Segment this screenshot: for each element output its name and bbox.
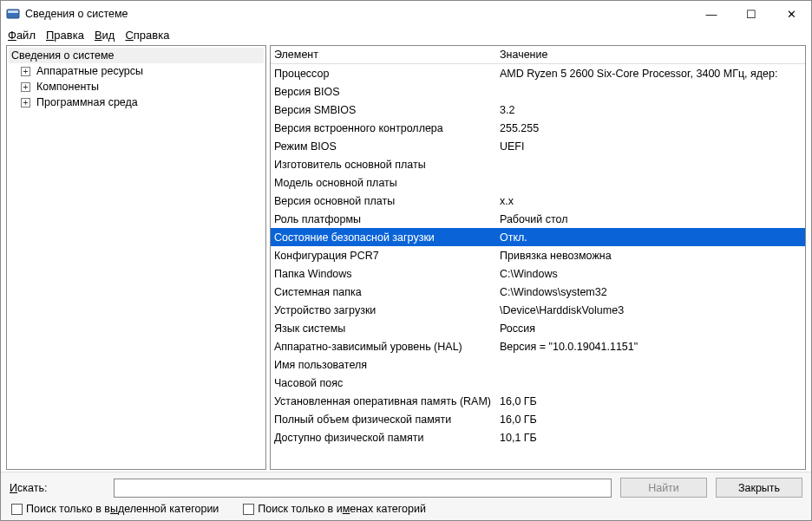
checkbox-icon [11,504,23,515]
cell-element: Язык системы [271,322,496,335]
cell-value: AMD Ryzen 5 2600 Six-Core Processor, 340… [496,68,805,80]
menu-help[interactable]: Справка [125,29,169,42]
menu-file[interactable]: Файл [8,29,36,42]
close-search-button[interactable]: Закрыть [716,478,802,498]
checkbox-icon [243,504,254,515]
menu-view[interactable]: Вид [95,29,115,42]
list-row[interactable]: Установленная оперативная память (RAM)16… [271,392,805,410]
cell-value: Рабочий стол [496,213,805,225]
list-row[interactable]: Часовой пояс [271,374,805,392]
list-row[interactable]: Полный объем физической памяти16,0 ГБ [271,410,805,428]
cell-value: Версия = "10.0.19041.1151" [496,341,805,353]
cell-value: C:\Windows\system32 [496,286,805,298]
tree-item-components[interactable]: + Компоненты [9,79,264,94]
cell-element: Процессор [271,68,496,80]
chk-selected-category-only[interactable]: Поиск только в выделенной категории [11,503,219,515]
cell-element: Версия встроенного контроллера [271,122,496,134]
cell-value: x.x [496,195,805,207]
details-list[interactable]: Элемент Значение ПроцессорAMD Ryzen 5 26… [271,46,805,469]
cell-value: \Device\HarddiskVolume3 [496,304,805,316]
list-row[interactable]: Конфигурация PCR7Привязка невозможна [271,246,805,264]
expand-icon[interactable]: + [21,82,30,92]
cell-element: Папка Windows [271,268,496,280]
search-input[interactable] [114,479,612,498]
cell-value: Привязка невозможна [496,250,805,262]
tree-item-software-environment[interactable]: + Программная среда [9,94,264,110]
list-row[interactable]: Режим BIOSUEFI [271,137,805,155]
tree: Сведения о системе + Аппаратные ресурсы … [9,48,264,110]
expand-icon[interactable]: + [21,67,30,76]
cell-element: Имя пользователя [271,359,496,371]
cell-element: Устройство загрузки [271,304,496,316]
maximize-button[interactable]: ☐ [731,1,771,27]
list-row[interactable]: Модель основной платы [271,173,805,192]
list-row[interactable]: Версия встроенного контроллера255.255 [271,119,805,137]
cell-value: Россия [496,322,805,335]
cell-element: Состояние безопасной загрузки [271,231,496,244]
search-row: Искать: Найти Закрыть [10,478,802,498]
footer: Искать: Найти Закрыть Поиск только в выд… [1,472,811,520]
list-row[interactable]: ПроцессорAMD Ryzen 5 2600 Six-Core Proce… [271,64,805,82]
list-row[interactable]: Состояние безопасной загрузкиОткл. [271,228,805,246]
list-row[interactable]: Версия SMBIOS3.2 [271,101,805,119]
list-row[interactable]: Папка WindowsC:\Windows [271,264,805,283]
cell-value: 3.2 [496,104,805,116]
details-pane: Элемент Значение ПроцессорAMD Ryzen 5 26… [270,45,806,470]
cell-element: Версия SMBIOS [271,104,496,116]
cell-element: Версия основной платы [271,195,496,207]
cell-value: C:\Windows [496,268,805,280]
search-options: Поиск только в выделенной категории Поис… [10,503,802,515]
window-title: Сведения о системе [25,8,691,20]
cell-element: Версия BIOS [271,86,496,98]
col-element[interactable]: Элемент [271,47,496,62]
list-row[interactable]: Доступно физической памяти10,1 ГБ [271,428,805,446]
cell-value: UEFI [496,140,805,153]
cell-element: Аппаратно-зависимый уровень (HAL) [271,341,496,353]
list-row[interactable]: Версия BIOS [271,82,805,101]
list-row[interactable]: Язык системыРоссия [271,319,805,337]
find-button[interactable]: Найти [620,478,707,498]
window-controls: — ☐ ✕ [691,1,811,27]
list-row[interactable]: Роль платформыРабочий стол [271,210,805,228]
app-icon [6,7,20,21]
cell-value: 16,0 ГБ [496,395,805,407]
list-row[interactable]: Изготовитель основной платы [271,155,805,173]
cell-element: Роль платформы [271,213,496,225]
cell-element: Системная папка [271,286,496,298]
menu-edit[interactable]: Правка [46,29,84,42]
list-row[interactable]: Имя пользователя [271,355,805,374]
list-row[interactable]: Системная папкаC:\Windows\system32 [271,283,805,301]
list-row[interactable]: Аппаратно-зависимый уровень (HAL)Версия … [271,337,805,355]
cell-element: Изготовитель основной платы [271,159,496,171]
cell-element: Установленная оперативная память (RAM) [271,395,496,407]
list-row[interactable]: Версия основной платыx.x [271,192,805,210]
col-value[interactable]: Значение [496,47,805,62]
cell-element: Часовой пояс [271,377,496,389]
expand-icon[interactable]: + [21,98,30,107]
workspace: Сведения о системе + Аппаратные ресурсы … [1,45,811,472]
chk-category-names-only[interactable]: Поиск только в именах категорий [243,503,426,515]
cell-value: Откл. [496,231,805,244]
cell-value: 255.255 [496,122,805,134]
minimize-button[interactable]: — [691,1,731,27]
cell-element: Модель основной платы [271,177,496,189]
search-label: Искать: [10,482,105,494]
list-row[interactable]: Устройство загрузки\Device\HarddiskVolum… [271,301,805,319]
menubar: Файл Правка Вид Справка [1,27,811,45]
cell-element: Конфигурация PCR7 [271,250,496,262]
tree-item-hardware-resources[interactable]: + Аппаратные ресурсы [9,63,264,79]
cell-value: 16,0 ГБ [496,414,805,426]
details-header: Элемент Значение [271,46,805,64]
close-button[interactable]: ✕ [771,1,811,27]
cell-element: Доступно физической памяти [271,432,496,444]
cell-element: Полный объем физической памяти [271,414,496,426]
tree-root-system-summary[interactable]: Сведения о системе [9,48,264,63]
cell-element: Режим BIOS [271,140,496,153]
titlebar: Сведения о системе — ☐ ✕ [1,1,811,27]
cell-value: 10,1 ГБ [496,432,805,444]
svg-rect-1 [8,10,18,13]
tree-pane: Сведения о системе + Аппаратные ресурсы … [6,45,266,470]
